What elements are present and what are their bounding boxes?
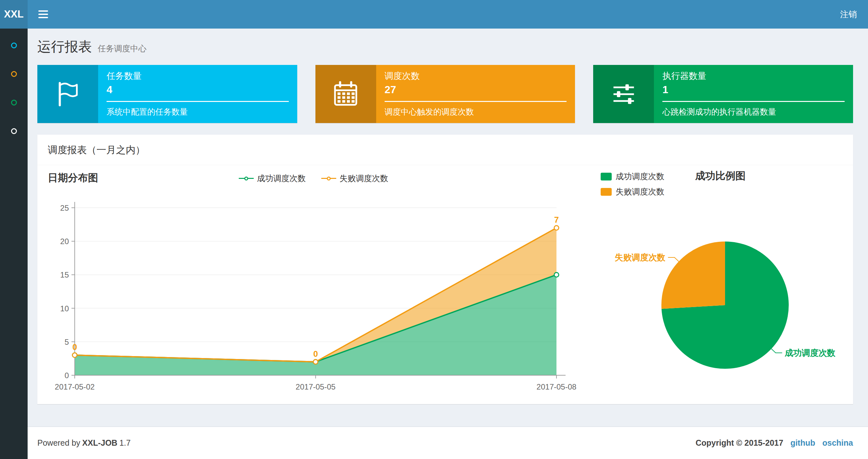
oschina-link[interactable]: oschina <box>823 438 853 448</box>
info-box-jobs: 任务数量 4 系统中配置的任务数量 <box>37 65 297 123</box>
svg-text:成功调度次数: 成功调度次数 <box>784 348 836 358</box>
svg-text:0: 0 <box>65 371 69 380</box>
circle-icon <box>11 71 17 77</box>
info-box-row: 任务数量 4 系统中配置的任务数量 调度次数 27 <box>37 65 853 123</box>
pie-chart-svg: 成功调度次数失败调度次数 <box>590 184 853 404</box>
report-panel: 调度报表（一月之内） 日期分布图 成功调度次数失败调度次数 0510152025… <box>37 135 853 404</box>
line-chart-svg: 05101520252017-05-022017-05-052017-05-08… <box>37 165 590 404</box>
sidebar-item-executors[interactable] <box>0 117 28 145</box>
info-box-body: 任务数量 4 系统中配置的任务数量 <box>98 65 297 123</box>
pie-slice-1[interactable] <box>661 241 725 309</box>
info-box-value: 1 <box>662 84 845 96</box>
logout-link[interactable]: 注销 <box>829 0 868 29</box>
info-box-body: 调度次数 27 调度中心触发的调度次数 <box>376 65 575 123</box>
svg-text:15: 15 <box>60 270 69 279</box>
info-box-label: 执行器数量 <box>662 70 845 82</box>
navbar-spacer <box>59 0 829 29</box>
footer-right: Copyright © 2015-2017 github oschina <box>695 438 853 448</box>
svg-text:2017-05-05: 2017-05-05 <box>296 383 336 391</box>
info-box-description: 调度中心触发的调度次数 <box>384 106 567 117</box>
page-header: 运行报表 任务调度中心 <box>37 38 853 56</box>
info-box-value: 27 <box>384 84 567 96</box>
sidebar-item-dashboard[interactable] <box>0 31 28 60</box>
svg-text:0: 0 <box>72 342 77 352</box>
circle-icon <box>11 128 17 134</box>
page-subtitle: 任务调度中心 <box>98 43 147 54</box>
page-title: 运行报表 <box>37 38 92 56</box>
circle-icon <box>11 100 17 105</box>
main-content: 运行报表 任务调度中心 任务数量 4 系统中配置的任务数量 <box>28 29 868 427</box>
info-box-body: 执行器数量 1 心跳检测成功的执行器机器数量 <box>654 65 853 123</box>
app-logo-text: XXL <box>4 8 23 20</box>
progress-bar <box>106 101 289 102</box>
info-box-executors: 执行器数量 1 心跳检测成功的执行器机器数量 <box>593 65 853 123</box>
sidebar-item-jobs[interactable] <box>0 60 28 88</box>
progress-bar <box>384 101 567 102</box>
info-box-description: 心跳检测成功的执行器机器数量 <box>662 106 845 117</box>
svg-text:2017-05-08: 2017-05-08 <box>537 383 577 391</box>
sidebar-toggle-button[interactable] <box>28 0 59 29</box>
sliders-icon <box>610 80 638 108</box>
legend-item[interactable]: 成功调度次数 <box>601 171 664 182</box>
svg-text:25: 25 <box>60 203 69 212</box>
powered-by: Powered byXXL-JOB1.7 <box>37 438 131 448</box>
info-box-description: 系统中配置的任务数量 <box>106 106 289 117</box>
sidebar-menu <box>0 29 28 459</box>
copyright-text: Copyright © 2015-2017 <box>695 438 783 448</box>
svg-text:20: 20 <box>60 237 69 246</box>
info-box-icon-wrap <box>593 65 654 123</box>
footer: Powered byXXL-JOB1.7 Copyright © 2015-20… <box>28 427 868 459</box>
progress-bar <box>662 101 845 102</box>
svg-text:0: 0 <box>313 349 318 359</box>
calendar-icon <box>332 80 359 108</box>
circle-icon <box>11 42 17 48</box>
info-box-value: 4 <box>106 84 289 96</box>
hamburger-icon <box>38 10 48 12</box>
svg-text:失败调度次数: 失败调度次数 <box>615 253 665 262</box>
info-box-label: 调度次数 <box>384 70 567 82</box>
svg-text:5: 5 <box>65 337 69 347</box>
info-box-icon-wrap <box>37 65 98 123</box>
svg-text:7: 7 <box>554 215 559 225</box>
top-navbar: XXL 注销 <box>0 0 868 29</box>
info-box-label: 任务数量 <box>106 70 289 82</box>
app-logo[interactable]: XXL <box>0 0 28 29</box>
info-box-triggers: 调度次数 27 调度中心触发的调度次数 <box>315 65 575 123</box>
product-version: 1.7 <box>119 438 131 447</box>
svg-text:10: 10 <box>60 304 69 313</box>
product-name: XXL-JOB <box>82 438 117 447</box>
info-box-icon-wrap <box>315 65 376 123</box>
github-link[interactable]: github <box>790 438 815 448</box>
panel-title: 调度报表（一月之内） <box>37 135 853 165</box>
sidebar-item-logs[interactable] <box>0 88 28 117</box>
flag-icon <box>54 80 82 108</box>
legend-swatch-icon <box>601 173 612 181</box>
svg-text:2017-05-02: 2017-05-02 <box>55 383 95 391</box>
pie-chart-title: 成功比例图 <box>695 169 746 183</box>
